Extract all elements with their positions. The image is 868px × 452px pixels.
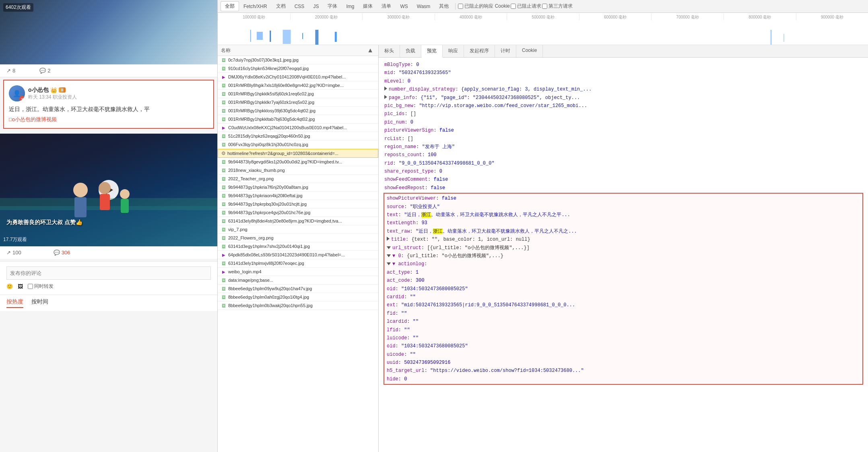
image-icon[interactable]: 🖼: [18, 283, 23, 289]
collapse-urlstruct-icon[interactable]: [387, 246, 391, 249]
repost-checkbox-label[interactable]: 同时转发: [28, 283, 54, 290]
tab-response[interactable]: 响应: [443, 45, 464, 57]
list-item[interactable]: 🖼 2022_Flowers_org.png: [218, 234, 378, 242]
list-item[interactable]: 🖼 8bbee6edgy1hplm09yw9uj20qo1ha47v.jpg: [218, 285, 378, 293]
tab-initiator[interactable]: 发起程序: [464, 45, 495, 57]
scene-figures: [0, 166, 217, 246]
filter-fetch-xhr[interactable]: Fetch/XHR: [239, 2, 271, 10]
list-item[interactable]: 🖼 0c7duiy7npj30s07j30e3kq1.jpeg.jpg: [218, 56, 378, 64]
list-item[interactable]: ▶ DMJ06yYdlx08eKv2iChy010412008VqH0E010.…: [218, 73, 378, 81]
list-item[interactable]: 🖼 001RrMRBgy1hpkklkr7yaj60zk1req5x02.jpg: [218, 98, 378, 107]
list-item[interactable]: 🖼 2022_Teacher_org.png: [218, 175, 378, 183]
list-item[interactable]: 🖼 9b944873gy1hpkriaon4kj20ll0eftal.jpg: [218, 192, 378, 200]
gear-icon: ⚙: [221, 151, 226, 156]
json-row-oid2: oid: "1034:5032473680085025": [386, 342, 861, 350]
expand-icon[interactable]: [384, 95, 387, 99]
list-item[interactable]: 🖼 2018new_xiaoku_thumb.png: [218, 166, 378, 175]
third-party-checkbox[interactable]: [542, 4, 547, 9]
tab-timing[interactable]: 计时: [495, 45, 516, 57]
collapse-url0-icon[interactable]: [387, 254, 391, 257]
file-icon: 🖼: [221, 91, 227, 97]
filter-media[interactable]: 媒体: [359, 2, 377, 11]
file-icon: 🖼: [221, 227, 227, 232]
filter-wasm[interactable]: Wasm: [413, 2, 435, 10]
file-icon: ▶: [221, 74, 227, 80]
val-regionname: "发布于 上海": [422, 144, 455, 150]
filter-other[interactable]: 其他: [435, 2, 453, 11]
video-share-action[interactable]: ↗ 100: [6, 250, 21, 256]
main-video-thumb[interactable]: 为勇敢善良的环卫大叔 点赞👍 17.7万观看: [0, 134, 217, 246]
val-mid: "5032476139323565": [399, 70, 451, 76]
filter-img[interactable]: Img: [342, 2, 358, 10]
comment-input[interactable]: [6, 266, 211, 280]
list-item[interactable]: 🖼 vip_7.png: [218, 225, 378, 234]
filter-font[interactable]: 字体: [324, 2, 341, 11]
emoji-icon[interactable]: 🙂: [6, 283, 13, 289]
svg-rect-3: [74, 197, 87, 217]
blocked-cookie-checkbox[interactable]: [458, 4, 463, 9]
json-row-rclist: rcList: []: [383, 135, 863, 143]
list-item[interactable]: 🖼 63141d3egy1hplmx7shv2j20u0140qi1.jpg: [218, 242, 378, 251]
expand-icon[interactable]: [384, 87, 387, 91]
share-action[interactable]: ↗ 8: [6, 68, 15, 74]
post-link[interactable]: □o小怂包的微博视频: [9, 116, 57, 122]
video-comment-action[interactable]: 💬 306: [54, 250, 70, 256]
list-item[interactable]: 🖼 006Fvx3lqy1hpi0qz8k1hj30u01hc0zq.jpg: [218, 140, 378, 149]
comment-icon: 💬: [39, 68, 46, 74]
tab-preview[interactable]: 预览: [421, 45, 443, 58]
list-item[interactable]: ▶ 64pdk85dlx08eLs936rS010412023d490E010.…: [218, 251, 378, 259]
list-item[interactable]: 🖼 9b944873gy1hpkrpbq30xj20u01hcjtt.jpg: [218, 200, 378, 208]
video-view-count: 17.7万观看: [3, 236, 27, 243]
list-item[interactable]: 🖼 001RrMRBgy1hpkkltab7bj630g5dc4qt02.jpg: [218, 115, 378, 124]
expand-title-icon[interactable]: [387, 237, 390, 241]
tick-4: 400000 毫秒: [435, 14, 507, 20]
json-row-uicode: uicode: "": [386, 351, 861, 359]
tab-cookie[interactable]: Cookie: [516, 45, 543, 57]
devtools-panel: 全部 Fetch/XHR 文档 CSS JS 字体 Img 媒体 清单 WS W…: [217, 0, 868, 452]
repost-checkbox[interactable]: [28, 284, 33, 289]
key-mlevel: mLevel: [384, 78, 402, 84]
file-icon: 🖼: [221, 286, 227, 291]
tab-time[interactable]: 按时间: [31, 298, 48, 308]
tab-payload[interactable]: 负载: [400, 45, 421, 57]
list-item[interactable]: 🖼 63141d3ely1hplmxjvll8j20f07eoqec.jpg: [218, 259, 378, 268]
tab-header[interactable]: 标头: [379, 45, 400, 57]
json-row-repostscount: reposts_count: 100: [383, 151, 863, 159]
blocked-cookie-checkbox-label[interactable]: 已阻止的响应 Cookie: [458, 3, 510, 10]
val-uicode: "": [410, 352, 416, 357]
list-item[interactable]: 🖼 51c2815dly1hpkz62eqagj20qo460n50.jpg: [218, 132, 378, 140]
filter-manifest[interactable]: 清单: [377, 2, 395, 11]
comment-action[interactable]: 💬 2: [39, 68, 50, 74]
third-party-checkbox-label[interactable]: 第三方请求: [542, 3, 573, 10]
list-item[interactable]: ▶ C0udWzUxlx08eKXCj2Na01041200sBus0E010.…: [218, 124, 378, 132]
tick-2: 200000 毫秒: [290, 14, 363, 20]
blocked-request-checkbox-label[interactable]: 已阻止请求: [511, 3, 541, 10]
list-item[interactable]: ▶ weibo_login.mp4: [218, 268, 378, 276]
val-sharereposttype: 0: [439, 169, 442, 174]
filter-ws[interactable]: WS: [396, 2, 412, 10]
list-item[interactable]: 🖼 63141d3ely8hj8dei4strj20e80e8jrm.jpg?K…: [218, 217, 378, 225]
filter-css[interactable]: CSS: [291, 2, 309, 10]
filter-js[interactable]: JS: [309, 2, 323, 10]
val-rid: "9_0_0_5135047643374998681_0_0_0": [399, 161, 495, 166]
list-item[interactable]: 🖼 001RrMRBgy1hpkklk5sl5j60zk1req6c02.jpg: [218, 90, 378, 98]
collapse-actionlog-icon[interactable]: [387, 262, 391, 265]
scroll-up-button[interactable]: ▲: [365, 47, 375, 54]
list-item[interactable]: 🖼 9b944873gy1hpkrpce4gvj20u01hc76e.jpg: [218, 208, 378, 217]
video-share-icon: ↗: [6, 250, 11, 256]
val-lcardid: "": [413, 319, 419, 324]
list-item[interactable]: 🖼 9b944873gy1hpkria7f6nj20y00a8tam.jpg: [218, 183, 378, 192]
list-item[interactable]: 🖼 9b944873ly8gevgdi5ks1j20u00u0di2.jpg?K…: [218, 158, 378, 166]
list-item[interactable]: 🖼 001RrMRBly8hgik7xls18j60e80e8gm402.jpg…: [218, 81, 378, 90]
tab-hot[interactable]: 按热度: [6, 298, 23, 308]
list-item[interactable]: 🖼 910cd16cly1hpkn534knej20f07eogqd.jpg: [218, 64, 378, 73]
list-item[interactable]: 🖼 data:image/png;base...: [218, 276, 378, 285]
network-list-header: 名称 ▲: [218, 45, 378, 56]
list-item[interactable]: 🖼 8bbee6edgy1hplm0ah0zgj20qo1i0tg4.jpg: [218, 293, 378, 301]
filter-doc[interactable]: 文档: [272, 2, 290, 11]
blocked-request-checkbox[interactable]: [511, 4, 516, 9]
filter-all[interactable]: 全部: [221, 2, 239, 11]
list-item[interactable]: 🖼 001RrMRBgy1hpkklosy39j630g5dc4qt02.jpg: [218, 107, 378, 115]
list-item[interactable]: 🖼 8bbee6edgy1hplm0b3wakj20qo1hpn55.jpg: [218, 301, 378, 310]
hottimeline-list-item[interactable]: ⚙ hottimeline?refresh=2&group_id=102803&…: [218, 149, 378, 158]
